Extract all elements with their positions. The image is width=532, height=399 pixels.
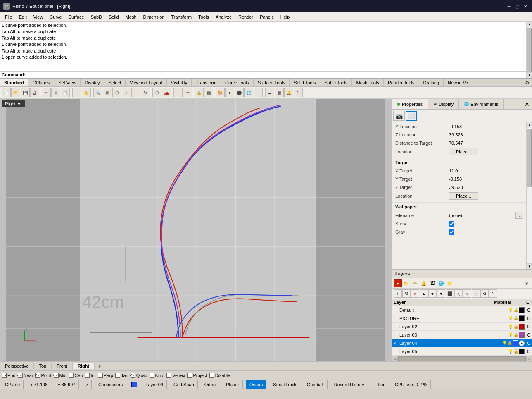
osnap-point[interactable]: ✓ Point [35,373,51,378]
osnap-perp[interactable]: Perp [98,373,113,378]
tool-viewport-4[interactable]: ⊞ [152,88,162,97]
panel-close-btn[interactable]: ✕ [522,99,532,109]
tab-cplanes[interactable]: CPlanes [28,79,55,86]
osnap-tan-checkbox[interactable] [115,373,120,378]
tool-zoom-out[interactable]: − [131,88,140,97]
vp-tab-front[interactable]: Front [52,363,73,369]
layer-tool-red[interactable]: ● [394,279,402,287]
viewport-label[interactable]: Right ▼ [2,100,25,107]
bulb-icon-2[interactable]: 💡 [508,316,513,320]
color-swatch-5[interactable] [513,340,518,346]
osnap-disable-checkbox[interactable] [209,373,214,378]
show-checkbox[interactable] [449,221,454,227]
bulb-icon-4[interactable]: 💡 [508,332,513,337]
status-grid-snap[interactable]: Grid Snap [170,380,198,389]
bulb-icon[interactable]: 💡 [508,308,513,312]
layer-row-default[interactable]: Default 💡 🔒 C [392,306,532,314]
osnap-vertex[interactable]: Vertex [166,373,185,378]
tool-sphere[interactable]: ⚫ [235,88,244,97]
tool-cloud[interactable]: ☁ [265,88,274,97]
tab-mesh-tools[interactable]: Mesh Tools [352,79,383,86]
osnap-cen-checkbox[interactable] [69,373,74,378]
tool-undo[interactable]: ↩ [72,88,81,97]
layer-row-04[interactable]: ✓ Layer 04 💡 🔒 ● C [392,339,532,347]
lock-icon-4[interactable]: 🔒 [513,332,518,337]
menu-curve[interactable]: Curve [46,14,65,20]
menu-render[interactable]: Render [235,14,256,20]
props-scroll-up[interactable]: ▲ [527,122,532,128]
hscroll-left[interactable]: ◁ [392,356,398,362]
menu-help[interactable]: Help [277,14,293,20]
viewport[interactable]: Right ▼ [0,99,392,361]
menu-mesh[interactable]: Mesh [122,14,140,20]
status-planar[interactable]: Planar [223,380,243,389]
tab-display[interactable]: 🖥 Display [428,99,459,109]
command-line[interactable]: Command: [0,71,532,78]
layer-up[interactable]: ▲ [420,289,428,298]
layer-tool-img[interactable]: 🖼 [428,279,437,287]
menu-tools[interactable]: Tools [195,14,212,20]
layers-hscroll[interactable]: ◁ ▷ [392,356,532,361]
tab-render-tools[interactable]: Render Tools [384,79,419,86]
tab-visibility[interactable]: Visibility [167,79,192,86]
tool-points[interactable]: ⬩ [173,88,183,97]
osnap-project-checkbox[interactable] [187,373,192,378]
osnap-quad-checkbox[interactable]: ✓ [131,373,135,378]
osnap-mid[interactable]: ✓ Mid [54,373,67,378]
lock-icon-6[interactable]: 🔒 [513,349,518,354]
lock-icon-3[interactable]: 🔒 [513,324,518,329]
osnap-end[interactable]: ✓ End [2,373,16,378]
browse-button[interactable]: ... [515,212,523,219]
tool-copy[interactable]: ⧉ [51,88,60,97]
osnap-disable[interactable]: Disable [209,373,230,378]
tab-transform[interactable]: Transform [192,79,221,86]
tool-new[interactable]: 📄 [2,88,11,97]
layer-filter-icon[interactable]: ⬛ [446,289,454,298]
layer-row-02[interactable]: Layer 02 💡 🔒 C [392,323,532,331]
osnap-tan[interactable]: Tan [115,373,128,378]
tool-color2[interactable]: ● [225,88,234,97]
status-units[interactable]: Centimeters [95,380,126,389]
osnap-point-checkbox[interactable]: ✓ [35,373,40,378]
osnap-mid-checkbox[interactable]: ✓ [54,373,59,378]
tool-dot[interactable]: · [254,88,263,97]
gray-checkbox[interactable] [449,229,454,235]
status-smart-track[interactable]: SmartTrack [270,380,300,389]
status-ortho[interactable]: Ortho [201,380,220,389]
tab-drafting[interactable]: Drafting [419,79,444,86]
menu-solid[interactable]: Solid [105,14,122,20]
bulb-icon-5[interactable]: 💡 [502,341,507,345]
scroll-thumb[interactable] [527,28,532,72]
layer-link[interactable]: ◁ [454,289,463,298]
lock-icon[interactable]: 🔒 [513,308,518,312]
maximize-button[interactable]: ▢ [514,3,520,10]
color-swatch-4[interactable] [519,332,525,338]
layer-row-05[interactable]: Layer 05 💡 🔒 C [392,347,532,356]
color-swatch[interactable] [519,307,525,313]
props-scrollbar[interactable]: ▲ ▼ [526,122,532,269]
osnap-near-checkbox[interactable]: ✓ [18,373,23,378]
tool-open[interactable]: 📂 [11,88,20,97]
tool-save[interactable]: 💾 [21,88,30,97]
vp-tab-perspective[interactable]: Perspective [0,363,34,369]
props-scroll-thumb[interactable] [527,129,532,187]
scroll-down-arrow[interactable]: ▼ [527,72,532,78]
layer-filter[interactable]: ▼ [437,289,445,298]
osnap-knot-checkbox[interactable] [150,373,154,378]
layer-add[interactable]: + [394,289,402,298]
menu-view[interactable]: View [30,14,47,20]
tab-setview[interactable]: Set View [54,79,81,86]
layer-tool-bell[interactable]: 🔔 [420,279,428,287]
status-x[interactable]: x 71.198 [27,380,51,389]
layer-settings-icon[interactable]: ⚙ [522,279,530,287]
tool-zoom-in[interactable]: + [122,88,131,97]
tool-zoom-sel[interactable]: ⊡ [112,88,121,97]
titlebar-controls[interactable]: ─ ▢ ✕ [506,3,529,10]
layer-row-03[interactable]: Layer 03 💡 🔒 C [392,331,532,339]
tool-layer[interactable]: ▦ [204,88,213,97]
command-input[interactable] [26,72,530,77]
lock-icon-2[interactable]: 🔒 [513,316,518,320]
osnap-near[interactable]: ✓ Near [18,373,33,378]
status-gumball[interactable]: Gumball [304,380,328,389]
status-filter[interactable]: Filter [371,380,388,389]
